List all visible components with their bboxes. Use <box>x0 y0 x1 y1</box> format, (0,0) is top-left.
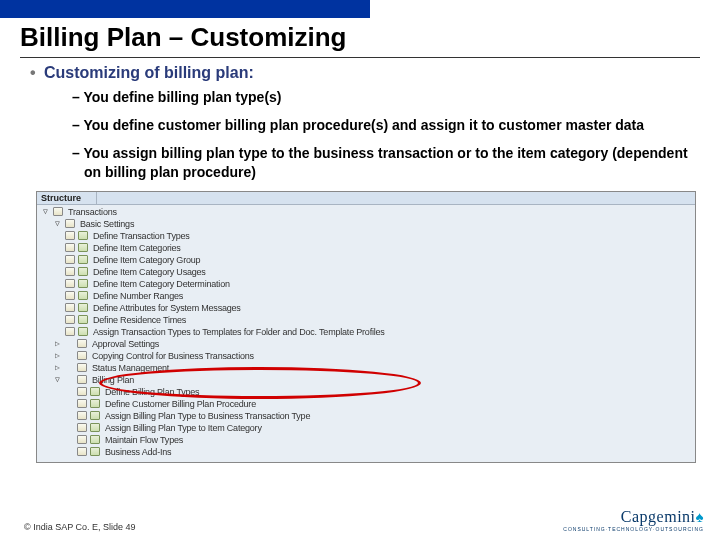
tree-row[interactable]: Maintain Flow Types <box>41 434 693 446</box>
activity-icon <box>78 315 88 324</box>
tree-row[interactable]: Define Item Categories <box>41 242 693 254</box>
doc-icon <box>77 399 87 408</box>
tree: ▽Transactions ▽Basic Settings Define Tra… <box>37 205 695 460</box>
doc-icon <box>65 291 75 300</box>
folder-icon <box>77 339 87 348</box>
sap-screenshot: Structure ▽Transactions ▽Basic Settings … <box>36 191 696 463</box>
activity-icon <box>78 279 88 288</box>
activity-icon <box>90 423 100 432</box>
activity-icon <box>78 303 88 312</box>
doc-icon <box>65 243 75 252</box>
bullet-item: You assign billing plan type to the busi… <box>30 144 696 180</box>
activity-icon <box>78 291 88 300</box>
tree-row[interactable]: Define Attributes for System Messages <box>41 302 693 314</box>
tree-row[interactable]: Define Customer Billing Plan Procedure <box>41 398 693 410</box>
tree-row[interactable]: Define Residence Times <box>41 314 693 326</box>
divider <box>20 57 700 58</box>
doc-icon <box>65 255 75 264</box>
doc-icon <box>77 423 87 432</box>
activity-icon <box>90 399 100 408</box>
tree-row[interactable]: ▷Approval Settings <box>41 338 693 350</box>
bullet-block: Customizing of billing plan: You define … <box>30 64 696 181</box>
activity-icon <box>90 411 100 420</box>
activity-icon <box>78 267 88 276</box>
tree-row[interactable]: Define Transaction Types <box>41 230 693 242</box>
activity-icon <box>90 387 100 396</box>
section-heading: Customizing of billing plan: <box>30 64 696 82</box>
doc-icon <box>65 279 75 288</box>
tree-row[interactable]: Define Billing Plan Types <box>41 386 693 398</box>
doc-icon <box>65 315 75 324</box>
tree-row[interactable]: ▽Billing Plan <box>41 374 693 386</box>
tree-row[interactable]: Define Item Category Determination <box>41 278 693 290</box>
tree-row[interactable]: ▽Transactions <box>41 206 693 218</box>
folder-icon <box>77 351 87 360</box>
activity-icon <box>90 435 100 444</box>
doc-icon <box>77 435 87 444</box>
doc-icon <box>77 411 87 420</box>
activity-icon <box>78 255 88 264</box>
tree-row[interactable]: Define Item Category Group <box>41 254 693 266</box>
bullet-item: You define customer billing plan procedu… <box>30 116 696 134</box>
folder-icon <box>53 207 63 216</box>
tree-row[interactable]: Define Item Category Usages <box>41 266 693 278</box>
doc-icon <box>77 447 87 456</box>
tree-row[interactable]: ▽Basic Settings <box>41 218 693 230</box>
tree-corner-label: Structure <box>37 192 97 204</box>
tree-column-header <box>97 192 695 204</box>
bullet-item: You define billing plan type(s) <box>30 88 696 106</box>
tree-row[interactable]: Assign Billing Plan Type to Item Categor… <box>41 422 693 434</box>
doc-icon <box>65 231 75 240</box>
activity-icon <box>78 231 88 240</box>
folder-icon <box>77 375 87 384</box>
doc-icon <box>77 387 87 396</box>
doc-icon <box>65 327 75 336</box>
activity-icon <box>90 447 100 456</box>
doc-icon <box>65 303 75 312</box>
tree-row[interactable]: Assign Billing Plan Type to Business Tra… <box>41 410 693 422</box>
doc-icon <box>65 267 75 276</box>
slide-footer: © India SAP Co. E, Slide 49 <box>24 522 136 532</box>
folder-icon <box>77 363 87 372</box>
activity-icon <box>78 243 88 252</box>
title-accent-bar <box>0 0 370 18</box>
activity-icon <box>78 327 88 336</box>
tree-row[interactable]: ▷Status Management <box>41 362 693 374</box>
tree-row[interactable]: Assign Transaction Types to Templates fo… <box>41 326 693 338</box>
tree-row[interactable]: ▷Copying Control for Business Transactio… <box>41 350 693 362</box>
folder-icon <box>65 219 75 228</box>
tree-row[interactable]: Business Add-Ins <box>41 446 693 458</box>
tree-row[interactable]: Define Number Ranges <box>41 290 693 302</box>
company-logo: Capgemini♠ CONSULTING·TECHNOLOGY·OUTSOUR… <box>563 508 704 532</box>
slide-title: Billing Plan – Customizing <box>20 22 720 53</box>
